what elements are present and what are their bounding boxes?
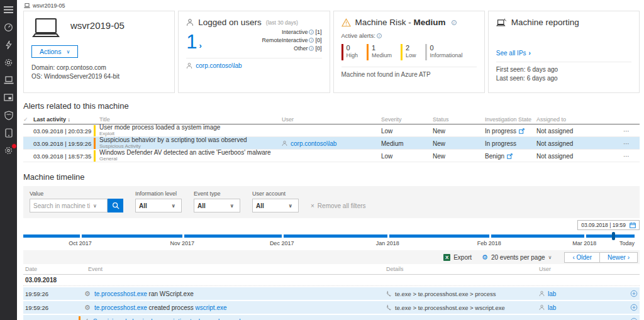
user-link[interactable]: lab [548, 290, 556, 297]
timeline-date-picker[interactable]: 03.09.2018 | 19:59 [577, 220, 640, 230]
shield-secure-score-icon[interactable] [3, 110, 14, 120]
lightning-alerts-icon[interactable] [3, 40, 14, 50]
card-title: Machine Risk - Medium [355, 18, 446, 27]
machine-risk-card: Machine Risk - Medium i Active alerts:i … [333, 11, 485, 93]
remove-all-filters[interactable]: × Remove all filters [311, 202, 366, 209]
gear-shield-investigations-icon[interactable] [3, 57, 14, 67]
col-investigation-state[interactable]: Investigation State [485, 116, 536, 123]
logon-type-breakdown: Interactivei[1] RemoteInteractivei[0] Ot… [262, 28, 321, 53]
gauge-dashboard-icon[interactable] [3, 22, 14, 32]
col-details[interactable]: Details [386, 266, 539, 272]
col-user[interactable]: User [539, 266, 630, 272]
info-icon[interactable]: i [377, 33, 382, 38]
col-assigned-to[interactable]: Assigned to [536, 116, 623, 123]
events-table-header: Date Event Details User [23, 264, 640, 275]
newer-button[interactable]: Newer › [599, 253, 637, 262]
expand-row-icon[interactable] [630, 304, 640, 311]
timeline-search-input[interactable] [30, 202, 93, 209]
alert-row[interactable]: 03.09.2018 | 18:57:35 Windows Defender A… [23, 150, 640, 162]
breadcrumb[interactable]: wsvr2019-05 [17, 0, 644, 11]
col-severity[interactable]: Severity [381, 116, 433, 123]
chevron-down-icon: ∨ [172, 203, 179, 209]
alert-row[interactable]: 03.09.2018 | 20:03:29 User mode process … [23, 124, 640, 137]
alerts-table: ✓ Last activity ↓ Title User Severity St… [23, 115, 640, 162]
chevron-down-icon: ∨ [230, 203, 237, 209]
investigation-state-link[interactable]: In progress [485, 128, 536, 135]
select-all-checkmark-icon[interactable]: ✓ [23, 116, 33, 123]
row-menu-icon[interactable]: ⋯ [623, 128, 640, 135]
chevron-right-icon: › [529, 50, 531, 57]
col-last-activity[interactable]: Last activity ↓ [33, 116, 94, 123]
laptop-machines-icon[interactable] [3, 75, 14, 85]
row-menu-icon[interactable]: ⋯ [623, 153, 640, 160]
col-title[interactable]: Title [94, 116, 282, 123]
chevron-down-icon[interactable]: ∨ [93, 203, 99, 209]
excel-icon: X [443, 254, 450, 261]
value-filter: Value ∨ [30, 190, 123, 212]
alert-category: Exploit [99, 131, 282, 137]
event-row-alert[interactable]: 19:59:26 Suspicious behavior by a script… [23, 315, 640, 320]
active-alerts-label: Active alerts:i [341, 32, 477, 39]
events-per-page-dropdown[interactable]: ⚙ 20 events per page ∨ [482, 253, 554, 262]
info-icon[interactable]: i [309, 30, 314, 35]
alert-category: Suspicious Activity [99, 143, 282, 150]
timeline-track[interactable] [23, 234, 635, 238]
col-user[interactable]: User [282, 116, 381, 123]
event-details: te.exe > te.processhost.exe > wscript.ex… [395, 304, 505, 311]
alert-user-link[interactable]: corp.contoso\lab [282, 140, 381, 147]
investigation-state-link[interactable]: Benign [485, 153, 536, 160]
alert-assigned-to: Not assigned [536, 140, 623, 147]
alert-assigned-to: Not assigned [536, 153, 623, 160]
actions-button[interactable]: Actions ∨ [31, 45, 78, 58]
col-event[interactable]: Event [69, 266, 386, 272]
search-button[interactable] [108, 199, 123, 212]
alert-row-selected[interactable]: 03.09.2018 | 19:59:26 Suspicious behavio… [23, 137, 640, 150]
event-row[interactable]: 19:59:26 ⚙ te.processhost.exe ran WScrip… [23, 287, 640, 300]
alert-status: New [433, 140, 485, 147]
summary-cards: wsvr2019-05 Actions ∨ Domain: corp.conto… [23, 11, 640, 93]
expand-row-icon[interactable] [630, 317, 640, 320]
information-level-filter: Information level All ∨ [135, 190, 182, 212]
open-in-new-icon [507, 153, 513, 159]
breakdown-line: Interactivei[1] [262, 28, 321, 36]
event-text: ran WScript.exe [147, 290, 194, 297]
info-icon[interactable]: i [309, 46, 314, 51]
person-icon [282, 140, 287, 146]
machine-os: OS: WindowsServer2019 64-bit [31, 73, 167, 80]
breakdown-line: Otheri[0] [262, 45, 321, 53]
timeline-slider-handle[interactable] [612, 232, 615, 240]
tablet-device-icon[interactable] [3, 128, 14, 138]
logged-on-users-card: Logged on users (last 30 days) 1 › Inter… [178, 11, 330, 93]
col-status[interactable]: Status [433, 116, 485, 123]
col-date[interactable]: Date [23, 266, 69, 272]
event-row[interactable]: 19:59:26 ⚙ te.processhost.exe created pr… [23, 301, 640, 314]
calendar-icon [630, 222, 636, 228]
user-link[interactable]: lab [548, 304, 556, 311]
row-menu-icon[interactable]: ⋯ [623, 140, 640, 147]
hamburger-menu-icon[interactable] [3, 4, 14, 14]
process-link[interactable]: te.processhost.exe [94, 290, 147, 297]
see-all-ips-link[interactable]: See all IPs › [496, 50, 531, 57]
logged-on-user-link[interactable]: corp.contoso\lab [186, 62, 242, 69]
alert-event-link[interactable]: Suspicious behavior by a scripting tool … [93, 318, 241, 320]
settings-gear-icon[interactable] [3, 145, 14, 155]
info-icon[interactable]: i [309, 38, 314, 43]
event-type-dropdown[interactable]: All ∨ [194, 199, 240, 212]
process-link[interactable]: te.processhost.exe [94, 304, 147, 311]
timeline-search-box: ∨ [30, 199, 108, 212]
alert-investigation-state: In progress [485, 140, 536, 147]
expand-row-icon[interactable] [630, 290, 640, 297]
process-link[interactable]: wscript.exe [196, 304, 227, 311]
info-icon[interactable]: i [452, 20, 457, 25]
older-button[interactable]: ‹ Older [565, 253, 599, 262]
card-title: Machine reporting [511, 18, 579, 27]
lightning-alert-icon [84, 318, 89, 320]
machine-name: wsvr2019-05 [70, 20, 125, 31]
logged-on-users-count[interactable]: 1 › [186, 28, 202, 53]
monitor-service-health-icon[interactable] [3, 92, 14, 102]
laptop-icon [24, 3, 30, 8]
information-level-dropdown[interactable]: All ∨ [135, 199, 182, 212]
export-button[interactable]: X Export [443, 254, 472, 261]
alert-severity-summary: 0High 1Medium 2Low 0Informational [341, 44, 477, 60]
user-account-dropdown[interactable]: All ∨ [252, 199, 299, 212]
